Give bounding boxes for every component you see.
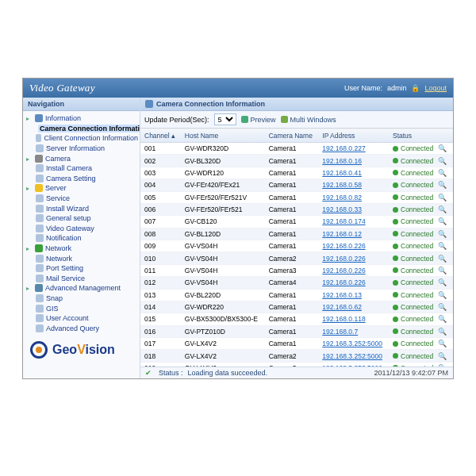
nav-item-camera-setting[interactable]: Camera Setting	[36, 174, 138, 184]
ip-link[interactable]: 192.168.0.226	[322, 242, 365, 250]
update-period-select[interactable]: 5	[214, 113, 236, 125]
ip-link[interactable]: 192.168.0.7	[322, 328, 358, 336]
nav-group-advanced-management[interactable]: Advanced Management	[26, 283, 138, 294]
ip-link[interactable]: 192.168.0.62	[322, 303, 362, 311]
ip-link[interactable]: 192.168.0.174	[322, 217, 365, 225]
nav-group-network[interactable]: Network	[26, 244, 138, 254]
col-1[interactable]: Host Name	[181, 129, 265, 143]
nav-item-camera-connection-information[interactable]: Camera Connection Information	[36, 124, 138, 134]
ip-link[interactable]: 192.168.0.16	[322, 157, 362, 165]
table-row[interactable]: 008GV-BL120DCamera1192.168.0.12Connected…	[140, 228, 453, 240]
ip-link[interactable]: 192.168.0.13	[322, 291, 362, 299]
magnify-icon[interactable]: 🔍	[438, 230, 447, 238]
magnify-icon[interactable]: 🔍	[438, 340, 447, 347]
nav-item-advanced-query[interactable]: Advanced Query	[36, 323, 138, 333]
table-row[interactable]: 012GV-VS04HCamera4192.168.0.226Connected…	[140, 277, 453, 289]
nav-item-mail-service[interactable]: Mail Service	[36, 274, 138, 284]
ip-link[interactable]: 192.168.0.226	[322, 255, 365, 263]
col-3[interactable]: IP Address	[318, 129, 389, 143]
ip-link[interactable]: 192.168.0.41	[322, 169, 362, 177]
nav-item-port-setting[interactable]: Port Setting	[36, 263, 138, 274]
table-row[interactable]: 017GV-LX4V2Camera1192.168.3.252:5000Conn…	[140, 338, 453, 350]
magnify-icon[interactable]: 🔍	[438, 328, 447, 336]
col-2[interactable]: Camera Name	[265, 129, 319, 143]
ip-link[interactable]: 192.168.0.33	[322, 205, 362, 213]
table-row[interactable]: 010GV-VS04HCamera2192.168.0.226Connected…	[140, 252, 453, 264]
ip-link[interactable]: 192.168.3.252:5000	[322, 340, 382, 347]
nav-item-client-connection-information[interactable]: Client Connection Information	[36, 133, 138, 144]
cell-camera: Camera1	[265, 179, 319, 191]
ip-link[interactable]: 192.168.0.226	[322, 267, 365, 274]
magnify-icon[interactable]: 🔍	[438, 267, 447, 274]
status-connected: Connected🔍	[393, 157, 449, 165]
nav-item-install-camera[interactable]: Install Camera	[36, 163, 138, 174]
table-row[interactable]: 004GV-FEr420/FEx21Camera1192.168.0.58Con…	[140, 179, 453, 191]
table-row[interactable]: 011GV-VS04HCamera3192.168.0.226Connected…	[140, 264, 453, 276]
logout-link[interactable]: Logout	[424, 84, 447, 92]
table-row[interactable]: 018GV-LX4V2Camera2192.168.3.252:5000Conn…	[140, 350, 453, 362]
table-row[interactable]: 016GV-PTZ010DCamera1192.168.0.7Connected…	[140, 325, 453, 337]
cell-camera: Camera2	[265, 350, 319, 362]
table-row[interactable]: 014GV-WDR220Camera1192.168.0.62Connected…	[140, 301, 453, 313]
magnify-icon[interactable]: 🔍	[438, 352, 447, 360]
magnify-icon[interactable]: 🔍	[438, 169, 447, 177]
table-row[interactable]: 013GV-BL220DCamera1192.168.0.13Connected…	[140, 289, 453, 301]
table-row[interactable]: 015GV-BX5300D/BX5300-ECamera1192.168.0.1…	[140, 313, 453, 325]
nav-item-notification[interactable]: Notification	[36, 233, 138, 244]
preview-button[interactable]: Preview	[241, 116, 276, 124]
magnify-icon[interactable]: 🔍	[438, 217, 447, 225]
col-4[interactable]: Status	[389, 129, 453, 143]
table-row[interactable]: 002GV-BL320DCamera1192.168.0.16Connected…	[140, 155, 453, 167]
ip-link[interactable]: 192.168.0.12	[322, 230, 362, 238]
ip-link[interactable]: 192.168.0.226	[322, 278, 365, 286]
nav-group-server[interactable]: Server	[26, 183, 138, 194]
table-row[interactable]: 009GV-VS04HCamera1192.168.0.226Connected…	[140, 240, 453, 252]
magnify-icon[interactable]: 🔍	[438, 205, 447, 213]
nav-item-service[interactable]: Service	[36, 194, 138, 204]
nav-item-video-gateway[interactable]: Video Gateway	[36, 224, 138, 234]
status-connected: Connected🔍	[393, 217, 449, 225]
nav-item-general-setup[interactable]: General setup	[36, 213, 138, 224]
status-connected: Connected🔍	[393, 340, 449, 347]
table-row[interactable]: 007GV-CB120Camera1192.168.0.174Connected…	[140, 216, 453, 228]
table-row[interactable]: 005GV-FEr520/FEr521VCamera1192.168.0.82C…	[140, 191, 453, 203]
cell-channel: 011	[140, 264, 181, 276]
status-connected: Connected🔍	[393, 291, 449, 299]
nav-item-network[interactable]: Network	[36, 253, 138, 263]
cell-ip: 192.168.0.58	[318, 179, 389, 191]
table-row[interactable]: 001GV-WDR320DCamera1192.168.0.227Connect…	[140, 143, 453, 155]
nav-item-snap[interactable]: Snap	[36, 294, 138, 304]
status-time: 2011/12/13 9:42:07 PM	[374, 369, 448, 377]
magnify-icon[interactable]: 🔍	[438, 181, 447, 189]
magnify-icon[interactable]: 🔍	[438, 278, 447, 286]
magnify-icon[interactable]: 🔍	[438, 255, 447, 263]
magnify-icon[interactable]: 🔍	[438, 144, 447, 152]
magnify-icon[interactable]: 🔍	[438, 315, 447, 323]
nav-item-server-information[interactable]: Server Information	[36, 144, 138, 154]
ip-link[interactable]: 192.168.0.82	[322, 194, 362, 202]
nav-group-information[interactable]: Information	[26, 113, 138, 124]
cell-channel: 004	[140, 179, 181, 191]
camera-table-wrap[interactable]: Channel ▴Host NameCamera NameIP AddressS…	[140, 129, 453, 367]
magnify-icon[interactable]: 🔍	[438, 194, 447, 202]
magnify-icon[interactable]: 🔍	[438, 291, 447, 299]
cell-ip: 192.168.0.226	[318, 277, 389, 289]
cell-channel: 001	[140, 143, 181, 155]
nav-item-user-account[interactable]: User Account	[36, 313, 138, 324]
cell-status: Connected🔍	[389, 338, 453, 350]
magnify-icon[interactable]: 🔍	[438, 157, 447, 165]
ip-link[interactable]: 192.168.3.252:5000	[322, 352, 382, 360]
col-0[interactable]: Channel ▴	[140, 129, 181, 143]
status-bar: Status : Loading data succeeded. 2011/12…	[140, 367, 453, 378]
multi-windows-button[interactable]: Multi Windows	[281, 116, 336, 124]
table-row[interactable]: 006GV-FEr520/FEr521Camera1192.168.0.33Co…	[140, 203, 453, 215]
ip-link[interactable]: 192.168.0.118	[322, 315, 365, 323]
magnify-icon[interactable]: 🔍	[438, 303, 447, 311]
nav-item-gis[interactable]: GIS	[36, 303, 138, 313]
table-row[interactable]: 003GV-WDR120Camera1192.168.0.41Connected…	[140, 167, 453, 178]
magnify-icon[interactable]: 🔍	[438, 242, 447, 250]
ip-link[interactable]: 192.168.0.227	[322, 144, 365, 152]
nav-group-camera[interactable]: Camera	[26, 153, 138, 163]
nav-item-install-wizard[interactable]: Install Wizard	[36, 203, 138, 213]
ip-link[interactable]: 192.168.0.58	[322, 181, 362, 189]
